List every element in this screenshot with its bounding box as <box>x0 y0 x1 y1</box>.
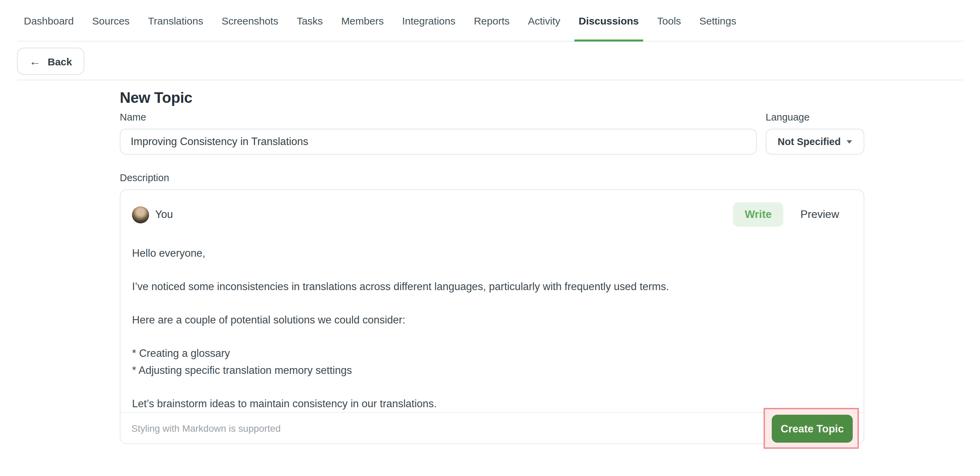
tab-members[interactable]: Members <box>337 0 388 42</box>
tab-reports[interactable]: Reports <box>469 0 514 42</box>
tab-activity[interactable]: Activity <box>524 0 565 42</box>
name-field-group: Name <box>120 112 757 155</box>
language-dropdown[interactable]: Not Specified <box>765 129 864 155</box>
tab-sources[interactable]: Sources <box>88 0 134 42</box>
back-row: ← Back <box>0 42 980 80</box>
author-block: You <box>132 206 173 223</box>
tab-preview[interactable]: Preview <box>800 208 839 220</box>
tab-translations[interactable]: Translations <box>144 0 207 42</box>
editor-mode-tabs: Write Preview <box>733 202 839 227</box>
new-topic-form: New Topic Name Language Not Specified De… <box>120 89 864 444</box>
back-label: Back <box>48 56 72 67</box>
language-label: Language <box>765 112 864 123</box>
language-selected-value: Not Specified <box>778 136 840 147</box>
name-label: Name <box>120 112 757 123</box>
tab-write[interactable]: Write <box>733 202 783 227</box>
author-name: You <box>155 208 173 220</box>
description-textarea[interactable]: Hello everyone, I’ve noticed some incons… <box>132 245 843 412</box>
tab-tasks[interactable]: Tasks <box>293 0 327 42</box>
tab-integrations[interactable]: Integrations <box>398 0 460 42</box>
tab-settings[interactable]: Settings <box>695 0 740 42</box>
tab-tools[interactable]: Tools <box>653 0 685 42</box>
page-title: New Topic <box>120 89 864 107</box>
app-window: Dashboard Sources Translations Screensho… <box>0 0 980 476</box>
description-label: Description <box>120 172 864 184</box>
description-editor: You Write Preview Hello everyone, I’ve n… <box>120 189 864 444</box>
user-avatar <box>132 206 149 223</box>
chevron-down-icon <box>847 140 853 144</box>
editor-header: You Write Preview <box>132 202 839 227</box>
back-arrow-icon: ← <box>29 56 41 67</box>
back-button[interactable]: ← Back <box>17 48 84 75</box>
topic-name-input[interactable] <box>120 129 757 155</box>
name-language-row: Name Language Not Specified <box>120 112 864 155</box>
create-topic-button[interactable]: Create Topic <box>772 415 853 442</box>
top-nav: Dashboard Sources Translations Screensho… <box>0 0 980 42</box>
language-field-group: Language Not Specified <box>765 112 864 155</box>
editor-footer: Styling with Markdown is supported <box>121 412 864 443</box>
markdown-hint: Styling with Markdown is supported <box>131 423 281 433</box>
tab-screenshots[interactable]: Screenshots <box>218 0 282 42</box>
tab-discussions[interactable]: Discussions <box>575 0 643 42</box>
tab-dashboard[interactable]: Dashboard <box>20 0 78 42</box>
